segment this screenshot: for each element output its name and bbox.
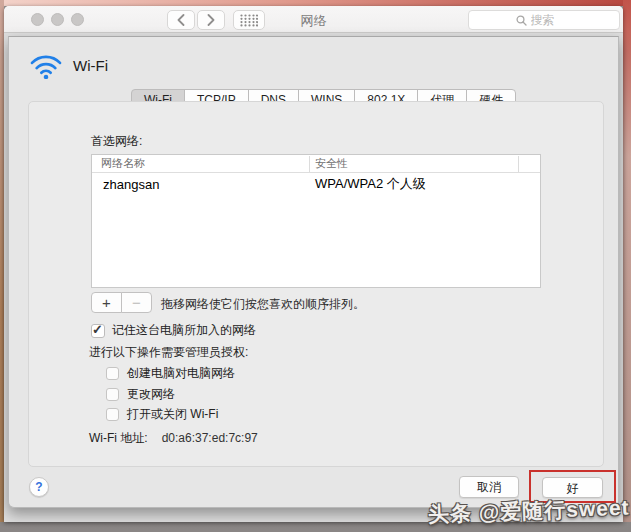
admin-option-row: 更改网络 [106, 386, 175, 403]
remove-network-button[interactable]: − [121, 292, 152, 313]
create-networks-checkbox[interactable] [106, 367, 119, 380]
toggle-wifi-label: 打开或关闭 Wi-Fi [127, 406, 218, 423]
add-remove-controls: + − [91, 292, 152, 313]
admin-option-row: 打开或关闭 Wi-Fi [106, 406, 218, 423]
wifi-advanced-sheet: Wi-Fi Wi-Fi TCP/IP DNS WINS 802.1X 代理 硬件… [8, 36, 619, 508]
wifi-address-row: Wi-Fi 地址:d0:a6:37:ed:7c:97 [89, 430, 258, 447]
toggle-wifi-checkbox[interactable] [106, 408, 119, 421]
service-header: Wi-Fi [29, 51, 108, 79]
remember-networks-checkbox[interactable]: ✓ [91, 324, 105, 338]
column-divider [518, 156, 519, 172]
network-name-cell: zhangsan [92, 177, 309, 192]
change-networks-label: 更改网络 [127, 386, 175, 403]
search-input[interactable] [531, 13, 573, 27]
remember-networks-label: 记住这台电脑所加入的网络 [112, 322, 256, 339]
network-preferences-window: 网络 Wi-Fi Wi-Fi TCP/I [4, 6, 623, 522]
checkmark-icon: ✓ [92, 322, 103, 337]
drag-order-hint: 拖移网络使它们按您喜欢的顺序排列。 [161, 296, 365, 313]
column-divider [309, 156, 310, 172]
security-cell: WPA/WPA2 个人级 [309, 175, 426, 193]
screenshot-stage: 网络 Wi-Fi Wi-Fi TCP/I [0, 0, 631, 532]
admin-option-row: 创建电脑对电脑网络 [106, 365, 235, 382]
admin-authorization-label: 进行以下操作需要管理员授权: [89, 344, 248, 361]
cancel-button[interactable]: 取消 [459, 476, 519, 498]
help-button[interactable]: ? [29, 477, 49, 497]
create-networks-label: 创建电脑对电脑网络 [127, 365, 235, 382]
add-network-button[interactable]: + [91, 292, 122, 313]
table-row[interactable]: zhangsan WPA/WPA2 个人级 [92, 173, 540, 195]
remember-networks-row: ✓ 记住这台电脑所加入的网络 [91, 322, 256, 339]
search-field[interactable] [468, 10, 620, 30]
watermark-text: 头条 @爱随行sweet [428, 493, 631, 528]
background-edge-right [623, 0, 631, 522]
search-icon [516, 15, 527, 26]
preferred-networks-table[interactable]: 网络名称 安全性 zhangsan WPA/WPA2 个人级 [91, 154, 541, 288]
window-toolbar: 网络 [4, 6, 623, 33]
preferred-networks-label: 首选网络: [91, 133, 142, 150]
table-header: 网络名称 安全性 [92, 155, 540, 173]
column-header-security[interactable]: 安全性 [309, 156, 348, 171]
wifi-address-label: Wi-Fi 地址: [89, 431, 148, 445]
wifi-icon [29, 51, 63, 79]
service-name-label: Wi-Fi [73, 57, 108, 74]
column-header-network-name[interactable]: 网络名称 [92, 156, 309, 171]
change-networks-checkbox[interactable] [106, 388, 119, 401]
wifi-address-value: d0:a6:37:ed:7c:97 [162, 431, 258, 445]
